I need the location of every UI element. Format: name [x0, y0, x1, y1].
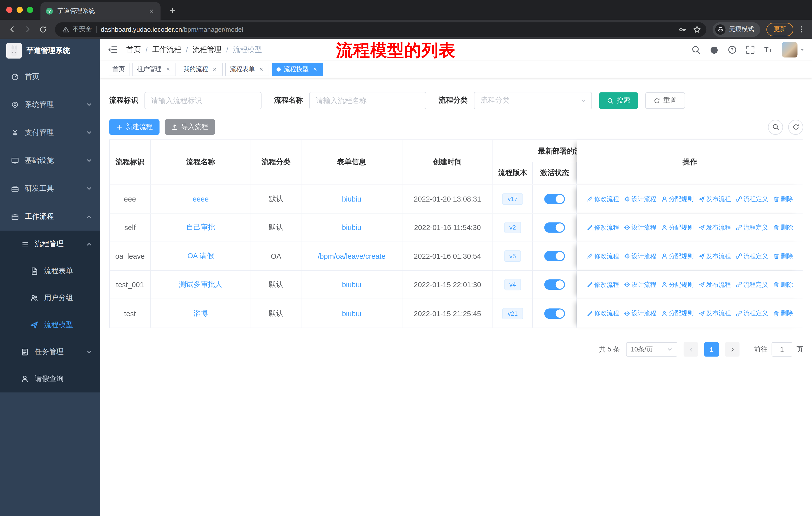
- process-name-link[interactable]: 测试多审批人: [179, 280, 223, 289]
- breadcrumb-workflow[interactable]: 工作流程: [152, 45, 181, 54]
- close-icon[interactable]: [211, 66, 218, 73]
- process-name-link[interactable]: OA 请假: [187, 251, 214, 261]
- action-assign-rule[interactable]: 分配规则: [661, 252, 694, 261]
- sidebar-item-process-mgmt[interactable]: 流程管理: [0, 231, 100, 258]
- form-info-link[interactable]: /bpm/oa/leave/create: [318, 252, 385, 260]
- app-logo[interactable]: 芋道管理系统: [0, 39, 100, 63]
- sidebar-item-home[interactable]: 首页: [0, 63, 100, 91]
- form-info-link[interactable]: biubiu: [342, 309, 361, 318]
- action-publish-process[interactable]: 发布流程: [698, 195, 731, 203]
- category-select[interactable]: 流程分类: [474, 92, 592, 109]
- process-id-input[interactable]: [144, 92, 262, 109]
- reset-button[interactable]: 重置: [645, 92, 685, 109]
- address-bar[interactable]: 不安全 dashboard.yudao.iocoder.cn/bpm/manag…: [55, 22, 706, 36]
- active-toggle[interactable]: [544, 222, 565, 233]
- tag-process-model[interactable]: 流程模型: [272, 62, 323, 76]
- minimize-window-button[interactable]: [17, 7, 23, 13]
- action-process-definition[interactable]: 流程定义: [736, 280, 768, 289]
- sidebar-item-system[interactable]: 系统管理: [0, 91, 100, 119]
- sidebar-item-process-form[interactable]: 流程表单: [0, 258, 100, 285]
- browser-menu-icon[interactable]: [795, 22, 807, 36]
- forward-icon[interactable]: [21, 22, 34, 36]
- action-process-definition[interactable]: 流程定义: [736, 195, 768, 203]
- update-button[interactable]: 更新: [766, 22, 793, 36]
- tag-process-form[interactable]: 流程表单: [225, 62, 269, 76]
- maximize-window-button[interactable]: [27, 7, 33, 13]
- form-info-link[interactable]: biubiu: [342, 223, 361, 232]
- tab-close-icon[interactable]: [147, 7, 155, 15]
- search-button[interactable]: 搜索: [599, 92, 638, 109]
- sidebar-item-user-group[interactable]: 用户分组: [0, 285, 100, 312]
- process-name-input[interactable]: [309, 92, 426, 109]
- sidebar-fold-icon[interactable]: [108, 45, 118, 55]
- action-publish-process[interactable]: 发布流程: [698, 280, 731, 289]
- action-delete[interactable]: 删除: [773, 309, 793, 318]
- sidebar-item-payment[interactable]: 支付管理: [0, 119, 100, 147]
- goto-page-input[interactable]: [772, 342, 792, 357]
- sidebar-item-infra[interactable]: 基础设施: [0, 147, 100, 174]
- toggle-search-button[interactable]: [768, 119, 783, 135]
- action-edit-process[interactable]: 修改流程: [586, 195, 619, 203]
- sidebar-item-process-model[interactable]: 流程模型: [0, 311, 100, 338]
- breadcrumb-process-mgmt[interactable]: 流程管理: [193, 45, 222, 54]
- close-window-button[interactable]: [6, 7, 12, 13]
- browser-tab[interactable]: 芋道管理系统: [40, 2, 160, 20]
- form-info-link[interactable]: biubiu: [342, 195, 361, 203]
- next-page-button[interactable]: [725, 342, 740, 357]
- user-menu[interactable]: [782, 42, 804, 58]
- action-edit-process[interactable]: 修改流程: [586, 309, 619, 318]
- sidebar-item-task-mgmt[interactable]: 任务管理: [0, 338, 100, 365]
- action-assign-rule[interactable]: 分配规则: [661, 223, 694, 232]
- bookmark-star-icon[interactable]: [693, 25, 701, 33]
- action-process-definition[interactable]: 流程定义: [736, 223, 768, 232]
- security-indicator[interactable]: 不安全: [62, 25, 92, 34]
- tag-tenant[interactable]: 租户管理: [132, 62, 176, 76]
- action-design-process[interactable]: 设计流程: [624, 280, 657, 289]
- breadcrumb-home[interactable]: 首页: [126, 45, 141, 54]
- action-design-process[interactable]: 设计流程: [624, 252, 657, 261]
- action-design-process[interactable]: 设计流程: [624, 309, 657, 318]
- sidebar-item-workflow[interactable]: 工作流程: [0, 202, 100, 230]
- action-edit-process[interactable]: 修改流程: [586, 252, 619, 261]
- refresh-button[interactable]: [788, 119, 803, 135]
- action-assign-rule[interactable]: 分配规则: [661, 280, 694, 289]
- github-icon[interactable]: [709, 45, 719, 54]
- page-size-select[interactable]: 10条/页: [626, 342, 677, 357]
- action-publish-process[interactable]: 发布流程: [698, 223, 731, 232]
- page-number-button[interactable]: 1: [704, 342, 719, 357]
- import-process-button[interactable]: 导入流程: [165, 119, 215, 135]
- active-toggle[interactable]: [544, 194, 565, 204]
- close-icon[interactable]: [312, 66, 319, 73]
- version-tag[interactable]: v5: [504, 250, 521, 262]
- prev-page-button[interactable]: [684, 342, 698, 357]
- form-info-link[interactable]: biubiu: [342, 280, 361, 289]
- process-name-link[interactable]: 自己审批: [186, 223, 215, 232]
- search-icon[interactable]: [691, 45, 701, 54]
- help-icon[interactable]: ?: [728, 45, 737, 54]
- action-publish-process[interactable]: 发布流程: [698, 252, 731, 261]
- back-icon[interactable]: [5, 22, 19, 36]
- action-design-process[interactable]: 设计流程: [624, 223, 657, 232]
- action-process-definition[interactable]: 流程定义: [736, 252, 768, 261]
- active-toggle[interactable]: [544, 279, 565, 290]
- action-delete[interactable]: 删除: [773, 252, 793, 261]
- action-assign-rule[interactable]: 分配规则: [661, 309, 694, 318]
- font-size-icon[interactable]: TT: [764, 45, 773, 54]
- action-delete[interactable]: 删除: [773, 195, 793, 203]
- fullscreen-icon[interactable]: [746, 45, 755, 54]
- version-tag[interactable]: v2: [504, 222, 521, 233]
- process-name-link[interactable]: eeee: [193, 195, 209, 203]
- close-icon[interactable]: [165, 66, 171, 73]
- action-delete[interactable]: 删除: [773, 280, 793, 289]
- version-tag[interactable]: v4: [504, 279, 521, 290]
- action-assign-rule[interactable]: 分配规则: [661, 195, 694, 203]
- sidebar-item-devtools[interactable]: 研发工具: [0, 174, 100, 202]
- tag-my-process[interactable]: 我的流程: [179, 62, 223, 76]
- create-process-button[interactable]: 新建流程: [109, 119, 160, 135]
- key-icon[interactable]: [678, 25, 687, 33]
- action-edit-process[interactable]: 修改流程: [586, 223, 619, 232]
- reload-icon[interactable]: [36, 22, 50, 36]
- action-delete[interactable]: 删除: [773, 223, 793, 232]
- close-icon[interactable]: [258, 66, 265, 73]
- sidebar-item-leave-query[interactable]: 请假查询: [0, 365, 100, 392]
